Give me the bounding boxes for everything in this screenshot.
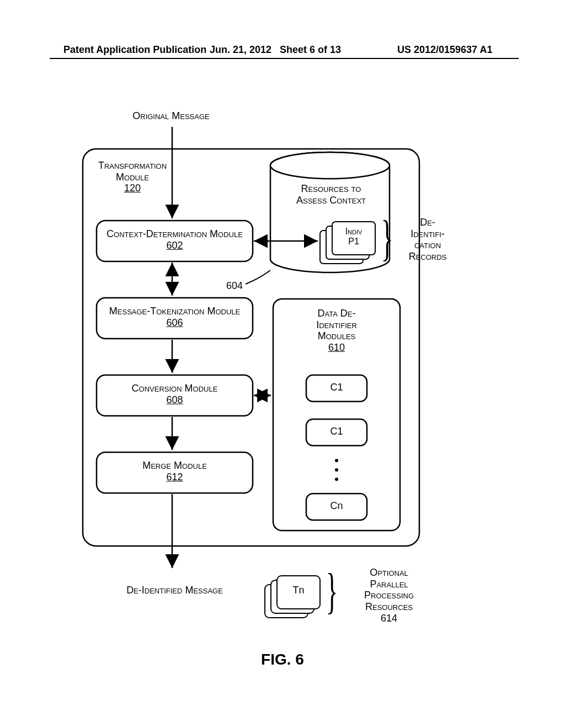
deid-message-label: De-Identified Message [97, 585, 253, 596]
resources-label: Resources to Assess Context [276, 183, 386, 206]
ddi-l3: Modules [318, 330, 355, 341]
cn-label: Cn [306, 500, 367, 512]
mtm-line1: Message-Tokenization Module [109, 306, 240, 317]
indiv-l2: P1 [348, 237, 359, 246]
ref-604: 604 [221, 280, 248, 292]
ddi-l2: Identifier [316, 319, 357, 330]
opt-ref: 614 [381, 613, 397, 624]
page: Patent Application Publication Jun. 21, … [0, 0, 565, 728]
tm-line1: Transformation [98, 160, 167, 171]
c1a-label: C1 [306, 382, 367, 393]
conv-line1: Conversion Module [132, 383, 218, 394]
deidrec-l2: Identifi- [411, 228, 445, 239]
svg-point-2 [270, 152, 390, 179]
opt-l2: Parallel [370, 579, 408, 590]
res-line1: Resources to [301, 183, 361, 194]
opt-l3: Processing [364, 590, 414, 601]
ddi-ref: 610 [328, 342, 345, 353]
res-line2: Assess Context [296, 195, 366, 206]
svg-point-14 [335, 459, 338, 462]
mtm-ref: 606 [166, 317, 183, 328]
cdm-label: Context-Determination Module 602 [97, 228, 253, 251]
tn-label: Tn [277, 585, 320, 596]
deidrec-l4: Records [409, 251, 447, 262]
opt-l4: Resources [365, 601, 413, 612]
diagram-svg [0, 0, 565, 728]
ddi-label: Data De- Identifier Modules 610 [281, 308, 392, 354]
merge-label: Merge Module 612 [97, 460, 253, 483]
figure-caption: FIG. 6 [0, 651, 565, 668]
mtm-label: Message-Tokenization Module 606 [97, 306, 253, 328]
tm-line2: Module [116, 172, 149, 183]
svg-point-15 [335, 468, 338, 472]
conv-ref: 608 [166, 394, 183, 405]
original-message-label: Original Message [110, 110, 232, 122]
cdm-line1: Context-Determination Module [106, 228, 243, 239]
deidrec-l1: De- [420, 217, 435, 228]
conv-label: Conversion Module 608 [97, 383, 253, 405]
ddi-l1: Data De- [317, 308, 355, 319]
brace-records-icon: } [381, 210, 393, 266]
merge-line1: Merge Module [142, 460, 207, 471]
brace-tn-icon: } [326, 563, 338, 619]
optional-parallel-label: Optional Parallel Processing Resources 6… [350, 567, 428, 624]
deid-records-label: De- Identifi- cation Records [400, 217, 455, 263]
tm-ref: 120 [124, 183, 141, 194]
cdm-ref: 602 [166, 240, 183, 251]
indiv-card-label: Indiv P1 [334, 227, 374, 246]
merge-ref: 612 [166, 472, 183, 483]
opt-l1: Optional [370, 567, 408, 578]
transformation-module-label: Transformation Module 120 [86, 160, 179, 194]
indiv-l1: Indiv [345, 227, 363, 236]
c1b-label: C1 [306, 426, 367, 437]
svg-point-16 [335, 478, 338, 481]
deidrec-l3: cation [414, 239, 441, 250]
